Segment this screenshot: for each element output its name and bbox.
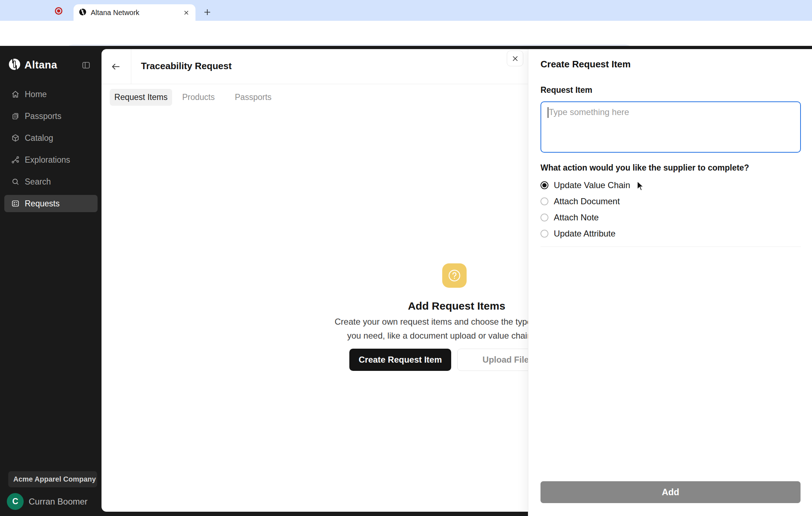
radio-icon[interactable] bbox=[540, 181, 548, 189]
docs-icon bbox=[11, 112, 20, 120]
screen: Altana Network network.demo.altana.ai/re… bbox=[0, 0, 812, 516]
tab[interactable]: Passports bbox=[225, 89, 282, 106]
request-item-input[interactable]: Type something here bbox=[540, 101, 801, 153]
user-menu[interactable]: C Curran Boomer bbox=[7, 493, 88, 510]
graph-icon bbox=[11, 156, 20, 164]
sidebar-collapse-icon[interactable] bbox=[81, 60, 91, 70]
sidebar-item-label: Catalog bbox=[25, 133, 53, 143]
radio-option[interactable]: Update Attribute bbox=[540, 225, 630, 242]
tab[interactable]: Request Items bbox=[110, 89, 172, 106]
back-arrow-icon[interactable] bbox=[109, 60, 122, 73]
empty-state-heading: Add Request Items bbox=[408, 300, 505, 312]
sidebar-item-requests[interactable]: Requests bbox=[4, 195, 98, 212]
tab-title: Altana Network bbox=[91, 9, 178, 17]
altana-favicon-icon bbox=[79, 8, 87, 18]
add-button[interactable]: Add bbox=[540, 481, 801, 503]
panel-divider bbox=[540, 247, 801, 247]
user-name: Curran Boomer bbox=[29, 497, 88, 507]
sidebar-item-label: Passports bbox=[25, 111, 61, 121]
radio-option-label: Attach Document bbox=[554, 196, 620, 206]
request-item-label: Request Item bbox=[540, 85, 592, 95]
radio-option[interactable]: Attach Note bbox=[540, 209, 630, 225]
sidebar-nav: Home Passports Catalog Explorations Sear… bbox=[4, 86, 98, 212]
company-name: Acme Apparel Company bbox=[13, 475, 96, 483]
input-placeholder: Type something here bbox=[549, 107, 629, 117]
tab-label: Request Items bbox=[114, 92, 167, 102]
radio-option[interactable]: Attach Document bbox=[540, 193, 630, 209]
sidebar-item-label: Home bbox=[25, 90, 47, 99]
sidebar-item-label: Requests bbox=[25, 199, 60, 209]
tab[interactable]: Products bbox=[172, 89, 225, 106]
radio-option-label: Update Attribute bbox=[554, 229, 615, 239]
home-icon bbox=[11, 90, 20, 99]
create-request-item-button[interactable]: Create Request Item bbox=[349, 349, 451, 371]
text-caret bbox=[548, 107, 548, 118]
new-tab-button[interactable] bbox=[202, 6, 213, 18]
panel-title: Create Request Item bbox=[540, 59, 631, 70]
question-mark-icon bbox=[442, 263, 467, 288]
search-icon bbox=[11, 177, 20, 186]
browser-tab[interactable]: Altana Network bbox=[74, 4, 195, 21]
sidebar-item-passports[interactable]: Passports bbox=[4, 108, 98, 125]
empty-state-description: you need, like a document upload or valu… bbox=[347, 331, 532, 341]
brand[interactable]: Altana bbox=[8, 58, 57, 72]
sidebar-item-home[interactable]: Home bbox=[4, 86, 98, 103]
radio-option-label: Update Value Chain bbox=[554, 180, 630, 190]
radio-option[interactable]: Update Value Chain bbox=[540, 177, 630, 193]
sidebar-item-catalog[interactable]: Catalog bbox=[4, 129, 98, 147]
close-icon[interactable] bbox=[507, 51, 523, 66]
user-avatar: C bbox=[7, 493, 24, 510]
brand-name: Altana bbox=[24, 59, 57, 71]
radio-icon[interactable] bbox=[540, 197, 548, 205]
empty-state-description: Create your own request items and choose… bbox=[335, 317, 532, 327]
sidebar-item-label: Explorations bbox=[25, 155, 70, 165]
page-title: Traceability Request bbox=[141, 61, 232, 72]
sidebar-item-search[interactable]: Search bbox=[4, 173, 98, 190]
sidebar: Altana Home Passports Catalog bbox=[0, 46, 102, 516]
cube-icon bbox=[11, 134, 20, 142]
sidebar-item-explorations[interactable]: Explorations bbox=[4, 151, 98, 168]
app-page: Altana Home Passports Catalog bbox=[0, 46, 812, 516]
radio-icon[interactable] bbox=[540, 230, 548, 238]
sidebar-item-label: Search bbox=[25, 177, 51, 187]
recording-indicator-icon bbox=[55, 7, 62, 15]
action-radio-group: Update Value Chain Attach Document Attac… bbox=[540, 177, 630, 242]
tab-label: Products bbox=[182, 92, 215, 102]
supplier-action-question: What action would you like the supplier … bbox=[540, 163, 749, 173]
create-request-item-panel: Create Request Item Request Item Type so… bbox=[528, 49, 812, 516]
checklist-icon bbox=[11, 199, 20, 208]
request-tabs: Request Items Products Passports bbox=[110, 89, 282, 106]
radio-icon[interactable] bbox=[540, 214, 548, 221]
browser-toolbar: network.demo.altana.ai/requests/create/0… bbox=[0, 21, 812, 46]
browser-tabstrip: Altana Network bbox=[0, 0, 812, 21]
tab-close-icon[interactable] bbox=[182, 8, 190, 17]
radio-option-label: Attach Note bbox=[554, 212, 599, 223]
tab-label: Passports bbox=[235, 92, 272, 102]
company-selector[interactable]: Acme Apparel Company bbox=[8, 471, 97, 487]
altana-logo-icon bbox=[8, 58, 21, 72]
header-divider bbox=[131, 49, 131, 84]
